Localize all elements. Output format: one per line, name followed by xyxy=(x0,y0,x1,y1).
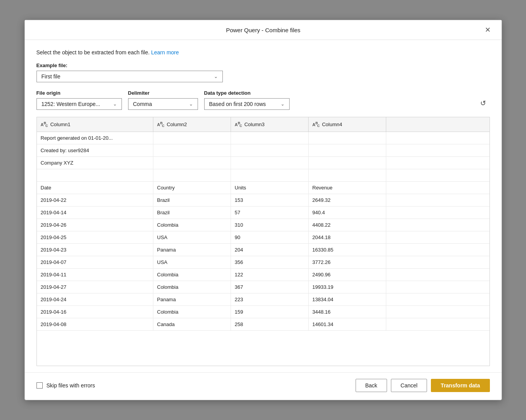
table-cell-extra xyxy=(386,194,490,206)
table-cell-extra xyxy=(386,144,490,156)
table-cell: 2019-04-26 xyxy=(37,219,153,231)
chevron-down-icon: ⌄ xyxy=(113,101,117,107)
table-cell: Panama xyxy=(153,244,231,256)
table-cell-extra xyxy=(386,207,490,219)
chevron-down-icon: ⌄ xyxy=(281,101,285,107)
table-cell: 19933.19 xyxy=(309,281,386,293)
skip-files-checkbox[interactable] xyxy=(36,382,43,389)
table-cell: 2019-04-24 xyxy=(37,293,153,305)
data-type-detection-dropdown[interactable]: Based on first 200 rows ⌄ xyxy=(204,98,290,110)
table-row: 2019-04-14Brazil57940.4 xyxy=(37,207,490,219)
table-cell xyxy=(309,169,386,181)
column-header-column2: ABCColumn2 xyxy=(153,117,231,132)
table-row: 2019-04-27Colombia36719933.19 xyxy=(37,281,490,293)
chevron-down-icon: ⌄ xyxy=(214,74,218,79)
table-cell: 367 xyxy=(231,281,309,293)
table-row: 2019-04-11Colombia1222490.96 xyxy=(37,269,490,281)
dialog-body: Select the object to be extracted from e… xyxy=(25,40,502,372)
table-cell: 13834.04 xyxy=(309,293,386,305)
example-file-value: First file xyxy=(42,73,61,80)
table-cell-extra xyxy=(386,169,490,181)
table-cell: 204 xyxy=(231,244,309,256)
table-cell: 122 xyxy=(231,269,309,281)
table-cell-extra xyxy=(386,293,490,305)
file-origin-value: 1252: Western Europe... xyxy=(42,101,101,107)
table-cell xyxy=(231,132,309,144)
chevron-down-icon: ⌄ xyxy=(189,101,193,107)
table-cell: Colombia xyxy=(153,219,231,231)
table-cell: 14601.34 xyxy=(309,318,386,330)
column-type-icon: ABC xyxy=(235,121,242,128)
example-file-dropdown[interactable]: First file ⌄ xyxy=(36,71,223,82)
refresh-button[interactable]: ↺ xyxy=(476,97,490,110)
column-header-column3: ABCColumn3 xyxy=(231,117,309,132)
example-file-label: Example file: xyxy=(36,62,490,68)
data-table-container: ABCColumn1ABCColumn2ABCColumn3ABCColumn4… xyxy=(36,117,490,366)
column-type-icon: ABC xyxy=(157,121,165,128)
footer-area: Skip files with errors Back Cancel Trans… xyxy=(25,372,502,400)
table-scroll-area[interactable]: Report generated on 01-01-20...Created b… xyxy=(37,132,490,366)
table-cell: 2019-04-16 xyxy=(37,306,153,318)
table-cell: 2019-04-25 xyxy=(37,231,153,243)
transform-data-button[interactable]: Transform data xyxy=(431,379,490,392)
table-cell xyxy=(153,144,231,156)
footer-buttons: Back Cancel Transform data xyxy=(356,379,490,392)
table-cell xyxy=(153,169,231,181)
table-cell-extra xyxy=(386,132,490,144)
table-cell-extra xyxy=(386,256,490,268)
data-type-detection-label: Data type detection xyxy=(204,90,290,96)
table-cell: 3772.26 xyxy=(309,256,386,268)
table-cell: Created by: user9284 xyxy=(37,144,153,156)
column-header-label: Column3 xyxy=(244,121,264,127)
cancel-button[interactable]: Cancel xyxy=(391,379,427,392)
table-cell-extra xyxy=(386,318,490,330)
table-cell: Panama xyxy=(153,293,231,305)
table-cell: 153 xyxy=(231,194,309,206)
table-header: ABCColumn1ABCColumn2ABCColumn3ABCColumn4 xyxy=(37,117,490,132)
table-cell: 3448.16 xyxy=(309,306,386,318)
table-row: Report generated on 01-01-20... xyxy=(37,132,490,144)
table-cell: 90 xyxy=(231,231,309,243)
table-cell: 940.4 xyxy=(309,207,386,219)
intro-row: Select the object to be extracted from e… xyxy=(36,49,490,56)
delimiter-value: Comma xyxy=(133,101,152,107)
column-type-icon: ABC xyxy=(41,121,48,128)
table-cell: Units xyxy=(231,182,309,194)
table-cell: Country xyxy=(153,182,231,194)
table-cell: USA xyxy=(153,231,231,243)
table-row: 2019-04-23Panama20416330.85 xyxy=(37,244,490,256)
table-cell-extra xyxy=(386,157,490,169)
table-cell xyxy=(153,157,231,169)
learn-more-link[interactable]: Learn more xyxy=(151,49,179,56)
table-row xyxy=(37,169,490,182)
table-cell: 16330.85 xyxy=(309,244,386,256)
table-cell: 4408.22 xyxy=(309,219,386,231)
table-cell: 159 xyxy=(231,306,309,318)
table-cell: 223 xyxy=(231,293,309,305)
file-origin-group: File origin 1252: Western Europe... ⌄ xyxy=(36,90,122,110)
table-cell xyxy=(231,169,309,181)
table-row: 2019-04-07USA3563772.26 xyxy=(37,256,490,269)
table-cell: 258 xyxy=(231,318,309,330)
table-cell: 2019-04-22 xyxy=(37,194,153,206)
table-cell xyxy=(309,132,386,144)
column-type-icon: ABC xyxy=(312,121,320,128)
column-header-label: Column2 xyxy=(167,121,187,127)
close-button[interactable]: ✕ xyxy=(482,25,494,35)
column-header-extra xyxy=(386,117,490,132)
table-cell: Date xyxy=(37,182,153,194)
table-cell-extra xyxy=(386,231,490,243)
table-cell: 2019-04-08 xyxy=(37,318,153,330)
column-header-label: Column1 xyxy=(50,121,70,127)
table-cell: Brazil xyxy=(153,207,231,219)
delimiter-dropdown[interactable]: Comma ⌄ xyxy=(128,98,198,110)
table-row: 2019-04-16Colombia1593448.16 xyxy=(37,306,490,318)
dialog-title: Power Query - Combine files xyxy=(45,27,482,33)
table-row: 2019-04-24Panama22313834.04 xyxy=(37,293,490,306)
back-button[interactable]: Back xyxy=(356,379,387,392)
table-cell-extra xyxy=(386,269,490,281)
file-origin-dropdown[interactable]: 1252: Western Europe... ⌄ xyxy=(36,98,122,110)
table-cell: Report generated on 01-01-20... xyxy=(37,132,153,144)
delimiter-label: Delimiter xyxy=(128,90,198,96)
table-cell: 2649.32 xyxy=(309,194,386,206)
